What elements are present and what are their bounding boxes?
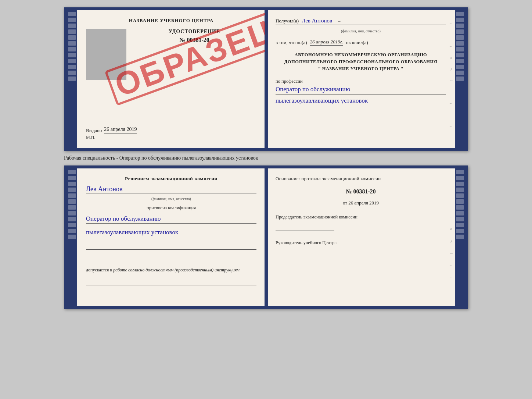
blank-line2 [86, 255, 256, 262]
specialty-label: Рабочая специальность - Оператор по обсл… [64, 155, 468, 161]
okonchil-label: окончил(а) [346, 40, 368, 46]
org-block: АВТОНОМНУЮ НЕКОММЕРЧЕСКУЮ ОРГАНИЗАЦИЮ ДО… [276, 51, 446, 72]
cert-school-name: НАЗВАНИЕ УЧЕБНОГО ЦЕНТРА [86, 18, 256, 24]
qual-value2: пылегазоулавливающих установок [86, 228, 256, 237]
ot-row: от 26 апреля 2019 [276, 200, 446, 206]
qual-fio-sub: (фамилия, имя, отчество) [86, 197, 256, 201]
professiya-label: по профессии [276, 79, 446, 84]
ot-label: от [343, 200, 347, 206]
predsedatel-label: Председатель экзаменационной комиссии [276, 214, 446, 221]
org-line1: АВТОНОМНУЮ НЕКОММЕРЧЕСКУЮ ОРГАНИЗАЦИЮ [276, 51, 446, 58]
obrazec-text: ОБРАЗЕЦ [104, 10, 265, 106]
dopuskaetsya-label: допускается к [86, 267, 112, 272]
certificate-book: НАЗВАНИЕ УЧЕБНОГО ЦЕНТРА ОБРАЗЕЦ УДОСТОВ… [64, 7, 468, 151]
photo-placeholder [86, 29, 126, 80]
cert-right-page: Получил(а) Лев Антонов – (фамилия, имя, … [268, 10, 455, 148]
cert-left-text: ОБРАЗЕЦ УДОСТОВЕРЕНИЕ № 00381-20 [132, 25, 256, 47]
org-line2: ДОПОЛНИТЕЛЬНОГО ПРОФЕССИОНАЛЬНОГО ОБРАЗО… [276, 58, 446, 65]
prisvoena-label: присвоена квалификация [86, 205, 256, 211]
blank-line1 [86, 242, 256, 250]
obrazec-stamp: ОБРАЗЕЦ [125, 40, 264, 76]
cert-number: № 00381-20 [179, 37, 209, 43]
dopuskaetsya-row: допускается к работе согласно должностны… [86, 267, 256, 273]
center-divider [265, 10, 268, 148]
document-container: НАЗВАНИЕ УЧЕБНОГО ЦЕНТРА ОБРАЗЕЦ УДОСТОВ… [7, 7, 525, 309]
blank-line3 [86, 278, 256, 285]
qual-spine-right [455, 168, 465, 306]
poluchil-label: Получил(а) [276, 18, 299, 24]
side-marks-cert: – – – и ,а ← – – – – [450, 21, 453, 128]
spine-left [67, 10, 77, 148]
spine-right [455, 10, 465, 148]
vydano-row: Выдано 26 апреля 2019 [86, 127, 256, 133]
vtom-label: в том, что он(а) [276, 40, 307, 46]
predsedatel-sign-line [276, 222, 334, 231]
professiya-block: по профессии Оператор по обслуживанию пы… [276, 79, 446, 106]
qual-center-divider [265, 168, 268, 306]
rukovoditel-block: Руководитель учебного Центра [276, 240, 446, 257]
udostoverenie-title: УДОСТОВЕРЕНИЕ [169, 29, 220, 35]
qual-value1: Оператор по обслуживанию [86, 214, 256, 224]
dopuskaetsya-text: работе согласно должностным (производств… [113, 267, 240, 272]
mp-label: М.П. [86, 135, 256, 140]
vydano-date: 26 апреля 2019 [104, 127, 137, 133]
qual-person-name: Лев Антонов [86, 185, 256, 193]
predsedatel-block: Председатель экзаменационной комиссии [276, 214, 446, 231]
qual-left-page: Решением экзаменационной комиссии Лев Ан… [77, 168, 265, 306]
side-marks-qual: – – – и ,а ← – – – – [450, 190, 453, 304]
osnovaniye-label: Основание: протокол экзаменационной коми… [276, 176, 446, 182]
ot-date: 26 апреля 2019 [348, 200, 379, 206]
professiya-line2: пылегазоулавливающих установок [276, 96, 446, 106]
professiya-line1: Оператор по обслуживанию [276, 85, 446, 95]
org-line3: " НАЗВАНИЕ УЧЕБНОГО ЦЕНТРА " [276, 65, 446, 72]
poluchil-row: Получил(а) Лев Антонов – [276, 18, 446, 25]
qualification-book: Решением экзаменационной комиссии Лев Ан… [64, 165, 468, 309]
qual-right-page: Основание: протокол экзаменационной коми… [268, 168, 455, 306]
rukovoditel-sign-line [276, 247, 334, 256]
decision-label: Решением экзаменационной комиссии [86, 176, 256, 182]
fio-subtext-cert: (фамилия, имя, отчество) [276, 29, 446, 33]
cert-left-page: НАЗВАНИЕ УЧЕБНОГО ЦЕНТРА ОБРАЗЕЦ УДОСТОВ… [77, 10, 265, 148]
protocol-number: № 00381-20 [276, 188, 446, 195]
cert-left-middle: ОБРАЗЕЦ УДОСТОВЕРЕНИЕ № 00381-20 [86, 25, 256, 121]
vydano-label: Выдано [86, 128, 102, 133]
vtom-row: в том, что он(а) 26 апреля 2019г. окончи… [276, 39, 446, 46]
qual-spine-left [67, 168, 77, 306]
recipient-name: Лев Антонов [302, 18, 332, 24]
rukovoditel-label: Руководитель учебного Центра [276, 240, 446, 246]
cert-date: 26 апреля 2019г. [310, 39, 343, 46]
